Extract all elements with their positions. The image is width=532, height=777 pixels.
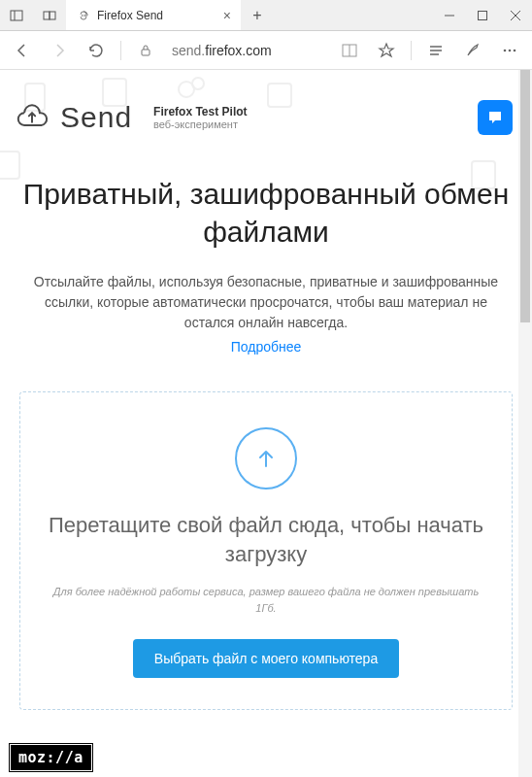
tab-close-icon[interactable]: ×	[223, 8, 231, 23]
tabs-aside-icon[interactable]	[0, 0, 33, 31]
hero-title: Приватный, зашифрованный обмен файлами	[19, 175, 513, 251]
forward-button[interactable]	[43, 34, 76, 67]
titlebar: Firefox Send × +	[0, 0, 532, 31]
hero-section: Приватный, зашифрованный обмен файлами О…	[0, 146, 532, 364]
window-controls	[433, 0, 532, 30]
more-icon[interactable]	[493, 34, 526, 67]
notes-icon[interactable]	[456, 34, 489, 67]
svg-rect-3	[50, 12, 55, 19]
back-button[interactable]	[6, 34, 39, 67]
tab-favicon-icon	[76, 8, 91, 23]
address-bar[interactable]: send.firefox.com	[166, 43, 329, 58]
dropzone-note: Для более надёжной работы сервиса, разме…	[34, 584, 498, 616]
footer: moz://a	[0, 738, 532, 777]
dropzone-title: Перетащите свой файл сюда, чтобы начать …	[34, 511, 498, 568]
svg-point-15	[509, 49, 512, 51]
svg-point-16	[514, 49, 516, 51]
svg-point-14	[504, 49, 507, 51]
close-button[interactable]	[499, 0, 532, 31]
send-logo-icon	[14, 99, 50, 136]
browser-tab[interactable]: Firefox Send ×	[66, 0, 241, 30]
reading-view-icon[interactable]	[333, 34, 366, 67]
new-tab-button[interactable]: +	[241, 0, 274, 30]
hero-description: Отсылайте файлы, используя безопасные, п…	[19, 272, 513, 333]
titlebar-left	[0, 0, 66, 30]
lock-icon[interactable]	[129, 34, 162, 67]
browser-toolbar: send.firefox.com	[0, 31, 532, 70]
page-content: Send Firefox Test Pilot веб-эксперимент …	[0, 70, 532, 777]
learn-more-link[interactable]: Подробнее	[19, 339, 513, 355]
mozilla-logo[interactable]: moz://a	[10, 744, 92, 771]
refresh-button[interactable]	[80, 34, 113, 67]
dropzone[interactable]: Перетащите свой файл сюда, чтобы начать …	[19, 391, 513, 710]
feedback-button[interactable]	[478, 100, 513, 135]
pilot-badge[interactable]: Firefox Test Pilot веб-эксперимент	[153, 105, 247, 130]
pilot-title: Firefox Test Pilot	[153, 105, 247, 118]
app-header: Send Firefox Test Pilot веб-эксперимент	[0, 70, 532, 146]
choose-file-button[interactable]: Выбрать файл с моего компьютера	[133, 639, 399, 678]
maximize-button[interactable]	[466, 0, 499, 31]
svg-rect-0	[11, 11, 22, 20]
svg-rect-2	[44, 12, 50, 19]
svg-rect-5	[479, 12, 487, 20]
pilot-subtitle: веб-эксперимент	[153, 118, 247, 130]
minimize-button[interactable]	[433, 0, 466, 31]
svg-rect-8	[142, 50, 150, 55]
hub-icon[interactable]	[419, 34, 452, 67]
logo-text: Send	[60, 101, 132, 134]
upload-arrow-icon	[235, 427, 297, 490]
favorites-icon[interactable]	[370, 34, 403, 67]
tab-title: Firefox Send	[97, 9, 217, 22]
tabs-preview-icon[interactable]	[33, 0, 66, 31]
